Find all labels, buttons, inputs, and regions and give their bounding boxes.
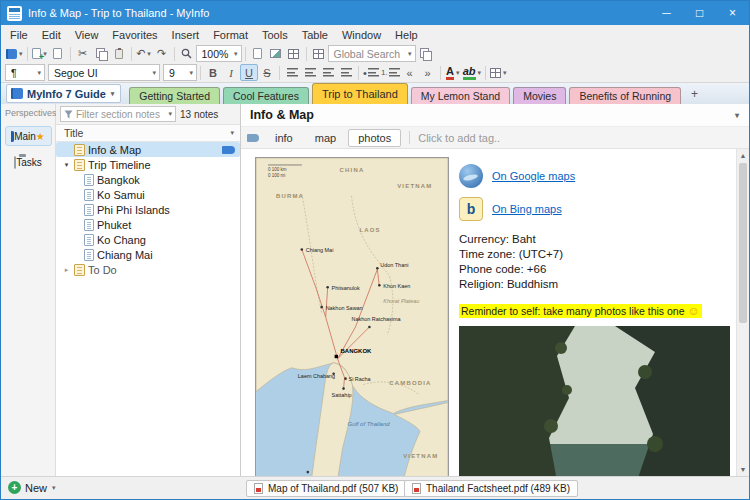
global-search-button[interactable] [310,45,328,62]
strikethrough-button[interactable]: S [258,64,276,81]
menu-favorites[interactable]: Favorites [105,27,164,43]
tab-trip-to-thailand[interactable]: Trip to Thailand [312,83,408,104]
tree-item-ko-chang[interactable]: Ko Chang [56,232,240,247]
tree-item-ko-samui[interactable]: Ko Samui [56,187,240,202]
attach-button[interactable] [249,45,267,62]
format-toolbar: ¶▾ Segoe UI▾ 9▾ B I U S • 1. « » A▾ ab▾ … [1,63,749,83]
attachment-thailand-factsheet[interactable]: Thailand Factsheet.pdf (489 KB) [404,480,578,497]
new-note-bottom-button[interactable]: + New ▾ [8,481,56,494]
note-tab-photos[interactable]: photos [348,129,401,147]
bold-button[interactable]: B [204,64,222,81]
align-center-icon [305,68,316,77]
app-icon [7,6,22,21]
map-label-phitsanulok: Phitsanulok [332,285,360,291]
pilcrow-icon: ¶ [11,67,17,79]
thailand-map-svg: 0 100 km 0 100 mi [256,158,448,476]
menu-edit[interactable]: Edit [35,27,68,43]
close-button[interactable]: × [716,1,749,25]
align-justify-button[interactable] [337,64,355,81]
insert-table-button[interactable] [285,45,303,62]
font-size-combo[interactable]: 9▾ [163,64,197,81]
tree-item-phuket[interactable]: Phuket [56,217,240,232]
note-tab-info[interactable]: info [265,129,303,147]
font-name-combo[interactable]: Segoe UI▾ [48,64,160,81]
expand-arrow-icon[interactable]: ▸ [62,266,71,274]
bing-maps-link[interactable]: On Bing maps [492,203,562,215]
cut-button[interactable]: ✂ [74,45,92,62]
filter-notes-input[interactable]: Filter section notes ▾ [60,106,176,122]
menu-help[interactable]: Help [388,27,425,43]
print-button[interactable] [49,45,67,62]
perspective-tasks[interactable]: Tasks [5,152,52,172]
scrollbar-thumb[interactable] [739,163,747,323]
align-center-button[interactable] [301,64,319,81]
notebook-menu-button[interactable]: ▾ [5,45,24,62]
align-right-button[interactable] [319,64,337,81]
menubar: File Edit View Favorites Insert Format T… [1,25,749,44]
perspectives-header: Perspectives [1,104,55,120]
global-search-combo[interactable]: Global Search▾ [328,45,416,62]
zoom-button[interactable] [178,45,196,62]
tree-item-phi-phi-islands[interactable]: Phi Phi Islands [56,202,240,217]
font-color-icon: A [446,66,454,80]
attachment-map-of-thailand[interactable]: Map of Thailand.pdf (507 KB) [246,480,406,497]
menu-window[interactable]: Window [335,27,388,43]
tree-item-label: Chiang Mai [97,249,153,261]
menu-view[interactable]: View [68,27,106,43]
menu-insert[interactable]: Insert [165,27,207,43]
tree-item-info-map[interactable]: Info & Map [56,142,240,157]
maximize-button[interactable]: □ [683,1,716,25]
outdent-button[interactable]: « [401,64,419,81]
paste-button[interactable] [110,45,128,62]
underline-button[interactable]: U [240,64,258,81]
layout-button[interactable] [416,45,434,62]
content-scrollbar[interactable]: ▲ ▼ [736,149,749,476]
tree-item-chiang-mai[interactable]: Chiang Mai [56,247,240,262]
scroll-down-button[interactable]: ▼ [737,463,749,476]
italic-button[interactable]: I [222,64,240,81]
perspective-main[interactable]: Main★ [5,126,52,146]
add-tag-field[interactable]: Click to add tag.. [418,132,500,144]
tab-benefits-of-running[interactable]: Benefits of Running [569,87,681,104]
tab-cool-features[interactable]: Cool Features [223,87,309,104]
menu-format[interactable]: Format [206,27,255,43]
tree-item-to-do[interactable]: ▸ To Do [56,262,240,277]
style-combo[interactable]: ¶▾ [5,64,45,81]
add-notebook-tab-button[interactable]: + [686,86,703,102]
copy-button[interactable] [92,45,110,62]
note-menu-button[interactable]: ▾ [735,111,739,120]
indent-button[interactable]: » [419,64,437,81]
insert-image-button[interactable] [267,45,285,62]
collapse-arrow-icon[interactable]: ▾ [62,161,71,169]
font-color-button[interactable]: A▾ [444,64,462,81]
minimize-button[interactable]: ─ [650,1,683,25]
tag-icon [247,134,259,142]
map-label-khon-kaen: Khon Kaen [383,283,410,289]
table-grid-icon [490,68,501,78]
zoom-combo[interactable]: 100%▾ [196,45,242,62]
new-note-button[interactable]: ▾ [31,45,49,62]
table-menu-button[interactable]: ▾ [489,64,508,81]
note-tab-map[interactable]: map [305,129,346,147]
numbered-list-button[interactable]: 1. [380,64,401,81]
tree-item-bangkok[interactable]: Bangkok [56,172,240,187]
undo-button[interactable]: ↶▾ [135,45,153,62]
bullet-list-button[interactable]: • [362,64,380,81]
menu-tools[interactable]: Tools [255,27,295,43]
tab-movies[interactable]: Movies [513,87,566,104]
notebook-selector[interactable]: MyInfo 7 Guide ▾ [6,84,121,103]
google-maps-link[interactable]: On Google maps [492,170,575,182]
menu-table[interactable]: Table [295,27,335,43]
scroll-up-button[interactable]: ▲ [737,149,749,162]
highlight-color-button[interactable]: ab▾ [462,64,482,81]
map-label-gulf: Gulf of Thailand [348,421,391,427]
list-lines-icon [368,68,379,77]
tab-getting-started[interactable]: Getting Started [129,87,220,104]
dropdown-arrow-icon: ▾ [33,69,41,77]
tree-column-header[interactable]: Title ▾ [56,125,240,142]
menu-file[interactable]: File [3,27,35,43]
tab-my-lemon-stand[interactable]: My Lemon Stand [411,87,510,104]
redo-button[interactable]: ↷ [153,45,171,62]
align-left-button[interactable] [283,64,301,81]
tree-item-trip-timeline[interactable]: ▾ Trip Timeline [56,157,240,172]
